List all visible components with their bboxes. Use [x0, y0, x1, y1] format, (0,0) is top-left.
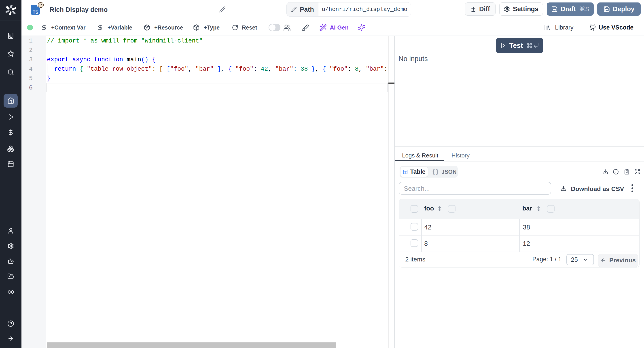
svg-text:TS: TS: [33, 10, 38, 14]
